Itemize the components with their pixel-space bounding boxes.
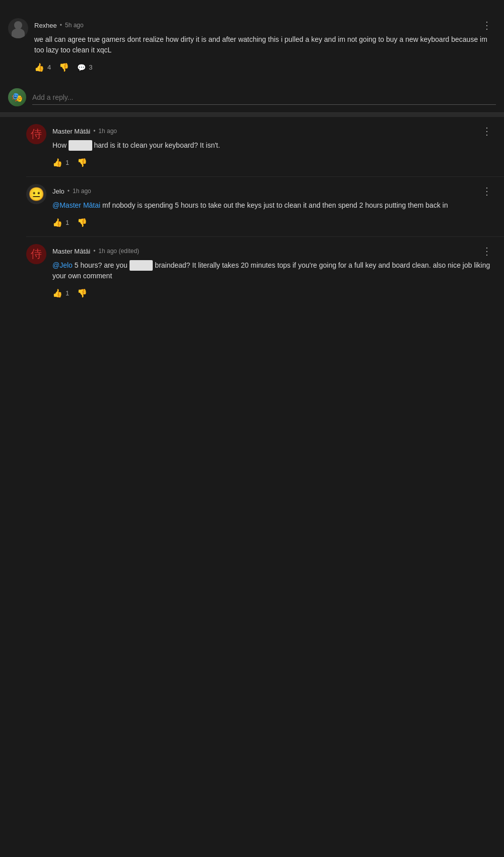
- comment-header-master2: Master Mātāi • 1h ago (edited) ⋮: [52, 244, 496, 258]
- comment-content-master1: Master Mātāi • 1h ago ⋮ How hard is it t…: [52, 124, 496, 169]
- text-how: How: [52, 141, 69, 149]
- comment-actions-master1: 👍 1 👎: [52, 156, 496, 169]
- reply-master1: Master Mātāi • 1h ago ⋮ How hard is it t…: [26, 117, 504, 177]
- comment-text-master2: @Jelo 5 hours? are you braindead? It lit…: [52, 260, 496, 281]
- dislike-button-rexhee[interactable]: 👎: [59, 60, 69, 74]
- text-jelo-body: mf nobody is spending 5 hours to take ou…: [102, 201, 448, 209]
- comment-time-rexhee: •: [60, 22, 62, 29]
- replies-section: Master Mātāi • 1h ago ⋮ How hard is it t…: [0, 117, 504, 307]
- comment-rexhee: Rexhee • 5h ago ⋮ we all can agree true …: [8, 10, 496, 82]
- comment-meta-rexhee: Rexhee • 5h ago: [34, 22, 84, 29]
- like-count-master1: 1: [66, 159, 69, 166]
- comment-age-master1: 1h ago: [98, 128, 117, 135]
- comment-content-jelo: Jelo • 1h ago ⋮ @Master Māt​ai mf nobody…: [52, 184, 496, 229]
- reply-input-row: 🎭: [0, 82, 504, 113]
- reply-count-rexhee: 3: [89, 64, 92, 71]
- comment-text-master1: How hard is it to clean your keyboard? I…: [52, 140, 496, 151]
- reply-icon: 💬: [77, 64, 86, 72]
- like-button-jelo[interactable]: 👍 1: [52, 216, 69, 229]
- thumbs-up-icon-master2: 👍: [52, 288, 62, 298]
- section-separator: [0, 113, 504, 117]
- like-count-rexhee: 4: [47, 64, 51, 71]
- avatar-rexhee: [8, 18, 28, 38]
- dislike-button-jelo[interactable]: 👎: [77, 216, 87, 229]
- text-master2-pre: 5 hours? are you: [75, 261, 130, 269]
- mention-master-matai: @Master Māt​ai: [52, 201, 100, 209]
- thumbs-down-icon-jelo: 👎: [77, 218, 87, 227]
- thumbs-down-icon-master1: 👎: [77, 158, 87, 167]
- comment-meta-master2: Master Mātāi • 1h ago (edited): [52, 248, 139, 255]
- comment-sep-jelo: •: [68, 188, 70, 195]
- reply-count-button-rexhee[interactable]: 💬 3: [77, 62, 92, 74]
- reply-jelo: 😐 Jelo • 1h ago ⋮ @Master Māt​ai mf nobo…: [26, 177, 504, 237]
- more-options-rexhee[interactable]: ⋮: [478, 18, 496, 32]
- more-options-master1[interactable]: ⋮: [478, 124, 496, 138]
- like-count-master2: 1: [66, 289, 69, 297]
- comment-actions-rexhee: 👍 4 👎 💬 3: [34, 60, 496, 74]
- thumbs-up-icon: 👍: [34, 63, 44, 72]
- reply-avatar: 🎭: [8, 88, 26, 106]
- author-name-rexhee: Rexhee: [34, 22, 57, 29]
- redacted-master1: [69, 140, 92, 151]
- comment-sep-master1: •: [93, 128, 95, 135]
- comment-meta-jelo: Jelo • 1h ago: [52, 188, 91, 195]
- comment-header-rexhee: Rexhee • 5h ago ⋮: [34, 18, 496, 32]
- dislike-button-master1[interactable]: 👎: [77, 156, 87, 169]
- text-hard: hard is it to clean your keyboard? It is…: [92, 141, 220, 149]
- more-options-jelo[interactable]: ⋮: [478, 184, 496, 198]
- comment-text-jelo: @Master Māt​ai mf nobody is spending 5 h…: [52, 200, 496, 211]
- comment-header-jelo: Jelo • 1h ago ⋮: [52, 184, 496, 198]
- reply-input[interactable]: [32, 90, 496, 105]
- author-name-master2: Master Mātāi: [52, 248, 90, 255]
- dislike-button-master2[interactable]: 👎: [77, 286, 87, 300]
- author-name-master1: Master Mātāi: [52, 128, 90, 135]
- thumbs-up-icon-jelo: 👍: [52, 218, 62, 227]
- thumbs-up-icon-master1: 👍: [52, 158, 62, 167]
- author-name-jelo: Jelo: [52, 188, 65, 195]
- avatar-master2: [26, 244, 46, 264]
- redacted-master2: [130, 260, 153, 271]
- comment-age-master2: 1h ago (edited): [98, 248, 139, 255]
- like-button-master2[interactable]: 👍 1: [52, 286, 69, 300]
- comment-age-jelo: 1h ago: [73, 188, 91, 195]
- comment-age-rexhee: 5h ago: [65, 22, 84, 29]
- reply-master2: Master Mātāi • 1h ago (edited) ⋮ @Jelo 5…: [26, 237, 504, 307]
- mention-jelo: @Jelo: [52, 261, 73, 269]
- comment-actions-jelo: 👍 1 👎: [52, 216, 496, 229]
- avatar-master1: [26, 124, 46, 144]
- like-count-jelo: 1: [66, 219, 69, 226]
- like-button-rexhee[interactable]: 👍 4: [34, 60, 51, 74]
- comment-header-master1: Master Mātāi • 1h ago ⋮: [52, 124, 496, 138]
- comment-content-rexhee: Rexhee • 5h ago ⋮ we all can agree true …: [34, 18, 496, 74]
- more-options-master2[interactable]: ⋮: [478, 244, 496, 258]
- thumbs-down-icon-master2: 👎: [77, 288, 87, 298]
- avatar-jelo: 😐: [26, 184, 46, 204]
- comment-content-master2: Master Mātāi • 1h ago (edited) ⋮ @Jelo 5…: [52, 244, 496, 300]
- comment-meta-master1: Master Mātāi • 1h ago: [52, 128, 117, 135]
- comment-actions-master2: 👍 1 👎: [52, 286, 496, 300]
- comment-sep-master2: •: [93, 248, 95, 255]
- comment-text-rexhee: we all can agree true gamers dont realiz…: [34, 34, 496, 55]
- thumbs-down-icon: 👎: [59, 63, 69, 72]
- like-button-master1[interactable]: 👍 1: [52, 156, 69, 169]
